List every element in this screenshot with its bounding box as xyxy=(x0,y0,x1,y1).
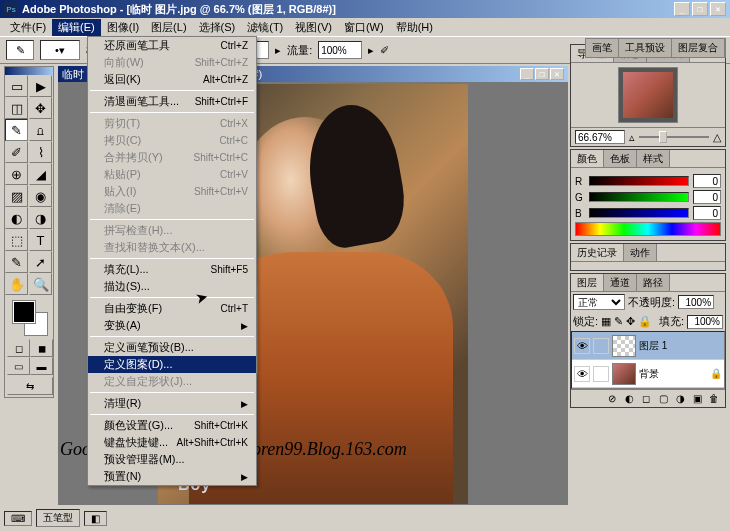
b-input[interactable] xyxy=(693,206,721,220)
menuitem-颜色设置(G)...[interactable]: 颜色设置(G)...Shift+Ctrl+K xyxy=(88,417,256,434)
layer-row[interactable]: 👁图层 1 xyxy=(572,332,724,360)
welltab-图层复合[interactable]: 图层复合 xyxy=(672,39,725,57)
tool-4[interactable]: ✎ xyxy=(5,119,28,141)
lock-pixels-icon[interactable]: ▦ xyxy=(601,315,611,328)
fill-input[interactable] xyxy=(687,315,723,329)
tool-16[interactable]: ✎ xyxy=(5,251,28,273)
visibility-icon[interactable]: 👁 xyxy=(574,366,590,382)
folder-icon[interactable]: ▢ xyxy=(656,392,670,406)
ime-icon[interactable]: ◧ xyxy=(84,511,107,526)
lock-move-icon[interactable]: ✥ xyxy=(626,315,635,328)
tool-10[interactable]: ▨ xyxy=(5,185,28,207)
layerstyle-icon[interactable]: ◐ xyxy=(622,392,636,406)
g-slider[interactable] xyxy=(589,192,689,202)
welltab-画笔[interactable]: 画笔 xyxy=(586,39,619,57)
tab-历史记录[interactable]: 历史记录 xyxy=(571,244,624,261)
ime-status[interactable]: ⌨ xyxy=(4,511,32,526)
spectrum-picker[interactable] xyxy=(575,222,721,236)
brush-preset-picker[interactable]: ✎ xyxy=(6,40,34,60)
menuitem-预设管理器(M)...[interactable]: 预设管理器(M)... xyxy=(88,451,256,468)
zoom-slider[interactable] xyxy=(639,132,709,142)
brush-size-picker[interactable]: •▾ xyxy=(40,40,80,60)
layer-thumbnail[interactable] xyxy=(612,363,636,385)
ime-name[interactable]: 五笔型 xyxy=(36,509,80,527)
doc-maximize-button[interactable]: ❐ xyxy=(535,68,549,80)
menuitem-还原画笔工具[interactable]: 还原画笔工具Ctrl+Z xyxy=(88,37,256,54)
tool-11[interactable]: ◉ xyxy=(29,185,52,207)
tool-14[interactable]: ⬚ xyxy=(5,229,28,251)
doc-close-button[interactable]: ✕ xyxy=(550,68,564,80)
lock-brush-icon[interactable]: ✎ xyxy=(614,315,623,328)
blend-mode-select[interactable]: 正常 xyxy=(573,294,625,310)
close-button[interactable]: ✕ xyxy=(710,2,726,16)
menu-编辑E[interactable]: 编辑(E) xyxy=(52,19,101,36)
layer-opacity-input[interactable] xyxy=(678,295,714,309)
tool-18[interactable]: ✋ xyxy=(5,273,28,295)
tool-15[interactable]: T xyxy=(29,229,52,251)
lock-all-icon[interactable]: 🔒 xyxy=(638,315,652,328)
link-cell[interactable] xyxy=(593,338,609,354)
tool-5[interactable]: ⩍ xyxy=(29,119,52,141)
screenmode-2-button[interactable]: ▬ xyxy=(30,357,53,375)
menuitem-描边(S)...[interactable]: 描边(S)... xyxy=(88,278,256,295)
foreground-color[interactable] xyxy=(13,301,35,323)
menu-图像I[interactable]: 图像(I) xyxy=(101,19,145,36)
link-icon[interactable]: ⊘ xyxy=(605,392,619,406)
tab-路径[interactable]: 路径 xyxy=(637,274,670,291)
welltab-工具预设[interactable]: 工具预设 xyxy=(619,39,672,57)
menuitem-键盘快捷键...[interactable]: 键盘快捷键...Alt+Shift+Ctrl+K xyxy=(88,434,256,451)
flow-input[interactable] xyxy=(318,41,362,59)
newlayer-icon[interactable]: ▣ xyxy=(690,392,704,406)
tab-通道[interactable]: 通道 xyxy=(604,274,637,291)
tab-动作[interactable]: 动作 xyxy=(624,244,657,261)
zoom-in-icon[interactable]: △ xyxy=(713,131,721,144)
tool-17[interactable]: ➚ xyxy=(29,251,52,273)
quickmask-on-button[interactable]: ◼ xyxy=(30,339,53,357)
menuitem-定义画笔预设(B)...[interactable]: 定义画笔预设(B)... xyxy=(88,339,256,356)
tool-6[interactable]: ✐ xyxy=(5,141,28,163)
tool-12[interactable]: ◐ xyxy=(5,207,28,229)
menuitem-返回(K)[interactable]: 返回(K)Alt+Ctrl+Z xyxy=(88,71,256,88)
color-swatch[interactable] xyxy=(9,299,49,335)
tool-2[interactable]: ◫ xyxy=(5,97,28,119)
menu-文件F[interactable]: 文件(F) xyxy=(4,19,52,36)
navigator-preview[interactable] xyxy=(618,67,678,123)
zoom-out-icon[interactable]: ▵ xyxy=(629,131,635,144)
tool-19[interactable]: 🔍 xyxy=(29,273,52,295)
zoom-input[interactable] xyxy=(575,130,625,144)
tab-样式[interactable]: 样式 xyxy=(637,150,670,167)
screenmode-1-button[interactable]: ▭ xyxy=(7,357,30,375)
menu-选择S[interactable]: 选择(S) xyxy=(193,19,242,36)
doc-minimize-button[interactable]: _ xyxy=(520,68,534,80)
b-slider[interactable] xyxy=(589,208,689,218)
menuitem-定义图案(D)...[interactable]: 定义图案(D)... xyxy=(88,356,256,373)
g-input[interactable] xyxy=(693,190,721,204)
menuitem-自由变换(F)[interactable]: 自由变换(F)Ctrl+T xyxy=(88,300,256,317)
visibility-icon[interactable]: 👁 xyxy=(574,338,590,354)
adjust-icon[interactable]: ◑ xyxy=(673,392,687,406)
menu-滤镜T[interactable]: 滤镜(T) xyxy=(241,19,289,36)
menuitem-变换(A)[interactable]: 变换(A)▶ xyxy=(88,317,256,334)
mask-icon[interactable]: ◻ xyxy=(639,392,653,406)
r-input[interactable] xyxy=(693,174,721,188)
menu-窗口W[interactable]: 窗口(W) xyxy=(338,19,390,36)
tool-3[interactable]: ✥ xyxy=(29,97,52,119)
minimize-button[interactable]: _ xyxy=(674,2,690,16)
r-slider[interactable] xyxy=(589,176,689,186)
tool-0[interactable]: ▭ xyxy=(5,75,28,97)
menu-帮助H[interactable]: 帮助(H) xyxy=(390,19,439,36)
menu-视图V[interactable]: 视图(V) xyxy=(289,19,338,36)
tab-色板[interactable]: 色板 xyxy=(604,150,637,167)
tab-颜色[interactable]: 颜色 xyxy=(571,150,604,167)
layer-row[interactable]: 👁背景🔒 xyxy=(572,360,724,388)
menu-图层L[interactable]: 图层(L) xyxy=(145,19,192,36)
tab-图层[interactable]: 图层 xyxy=(571,274,604,291)
tool-13[interactable]: ◑ xyxy=(29,207,52,229)
link-cell[interactable] xyxy=(593,366,609,382)
maximize-button[interactable]: ❐ xyxy=(692,2,708,16)
tool-8[interactable]: ⊕ xyxy=(5,163,28,185)
quickmask-button[interactable]: ◻ xyxy=(7,339,30,357)
tool-1[interactable]: ▶ xyxy=(29,75,52,97)
tool-9[interactable]: ◢ xyxy=(29,163,52,185)
tool-7[interactable]: ⌇ xyxy=(29,141,52,163)
